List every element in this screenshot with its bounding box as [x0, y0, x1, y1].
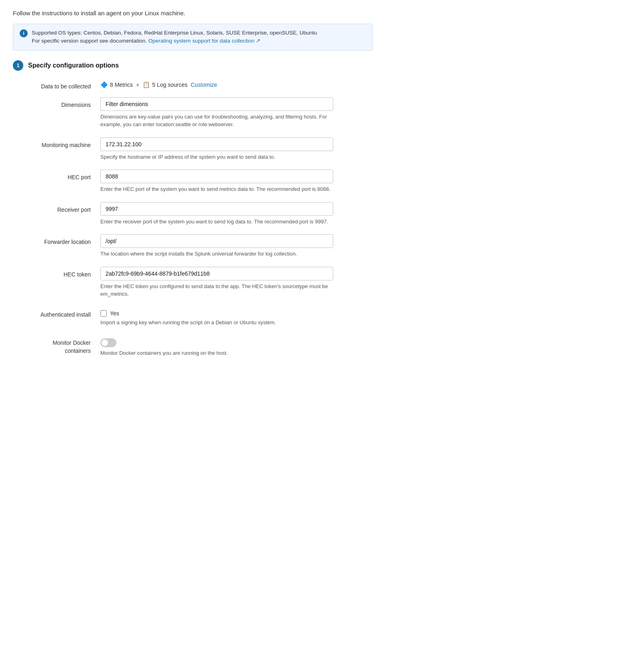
- dimensions-input[interactable]: [100, 97, 333, 111]
- monitoring-machine-input[interactable]: [100, 137, 333, 151]
- hec-port-label: HEC port: [28, 170, 100, 182]
- customize-link[interactable]: Customize: [191, 82, 217, 88]
- forwarder-location-hint: The location where the script installs t…: [100, 250, 333, 258]
- monitor-docker-hint: Monitor Docker containers you are runnin…: [100, 349, 333, 357]
- hec-token-label: HEC token: [28, 267, 100, 279]
- intro-text: Follow the instructions to install an ag…: [13, 10, 373, 16]
- authenticated-install-hint: Import a signing key when running the sc…: [100, 319, 333, 327]
- data-collected-field: 🔷 8 Metrics + 📋 5 Log sources Customize: [100, 79, 373, 97]
- metrics-icon: 🔷: [100, 81, 108, 88]
- forwarder-location-input[interactable]: [100, 234, 333, 248]
- dimensions-hint: Dimensions are key-value pairs you can u…: [100, 113, 333, 129]
- data-collected-label: Data to be collected: [28, 79, 100, 91]
- step-badge: 1: [13, 60, 23, 71]
- plus-separator: +: [136, 82, 139, 88]
- monitor-docker-label: Monitor Docker containers: [28, 335, 100, 355]
- dimensions-label: Dimensions: [28, 97, 100, 109]
- hec-port-field: Enter the HEC port of the system you wan…: [100, 170, 373, 202]
- authenticated-install-field: Yes Import a signing key when running th…: [100, 307, 373, 336]
- authenticated-install-checkbox[interactable]: [100, 310, 107, 317]
- receiver-port-label: Receiver port: [28, 202, 100, 214]
- metrics-text: 8 Metrics: [110, 82, 133, 88]
- receiver-port-field: Enter the receiver port of the system yo…: [100, 202, 373, 235]
- dimensions-field: Dimensions are key-value pairs you can u…: [100, 97, 373, 137]
- hec-port-hint: Enter the HEC port of the system you wan…: [100, 185, 333, 193]
- form-grid: Data to be collected 🔷 8 Metrics + 📋 5 L…: [28, 79, 373, 366]
- receiver-port-input[interactable]: [100, 202, 333, 216]
- authenticated-install-checkbox-row: Yes: [100, 307, 373, 317]
- forwarder-location-label: Forwarder location: [28, 234, 100, 246]
- hec-port-input[interactable]: [100, 170, 333, 183]
- monitor-docker-toggle[interactable]: [100, 338, 116, 347]
- monitoring-machine-label: Monitoring machine: [28, 137, 100, 149]
- hec-token-field: Enter the HEC token you configured to se…: [100, 267, 373, 307]
- forwarder-location-field: The location where the script installs t…: [100, 234, 373, 267]
- section-title: Specify configuration options: [28, 62, 119, 69]
- receiver-port-hint: Enter the receiver port of the system yo…: [100, 218, 333, 226]
- authenticated-install-checkbox-label: Yes: [110, 310, 119, 317]
- info-box: i Supported OS types: Centos, Debian, Fe…: [13, 24, 373, 51]
- metrics-badge: 🔷 8 Metrics: [100, 81, 133, 88]
- info-text: Supported OS types: Centos, Debian, Fedo…: [32, 30, 317, 36]
- data-collected-value: 🔷 8 Metrics + 📋 5 Log sources Customize: [100, 79, 373, 88]
- hec-token-hint: Enter the HEC token you configured to se…: [100, 282, 333, 298]
- logs-icon: 📋: [143, 81, 150, 88]
- info-subtext: For specific version support see documen…: [32, 38, 147, 44]
- section-header: 1 Specify configuration options: [13, 60, 373, 71]
- authenticated-install-label: Authenticated install: [28, 307, 100, 319]
- monitoring-machine-field: Specify the hostname or IP address of th…: [100, 137, 373, 170]
- monitor-docker-field: Monitor Docker containers you are runnin…: [100, 335, 373, 366]
- info-content: Supported OS types: Centos, Debian, Fedo…: [32, 29, 317, 45]
- hec-token-input[interactable]: [100, 267, 333, 280]
- monitoring-machine-hint: Specify the hostname or IP address of th…: [100, 153, 333, 161]
- logs-text: 5 Log sources: [152, 82, 187, 88]
- info-icon: i: [20, 29, 28, 37]
- os-support-link[interactable]: Operating system support for data collec…: [148, 38, 261, 44]
- toggle-slider: [100, 338, 116, 347]
- monitor-docker-toggle-wrapper: [100, 335, 373, 347]
- logs-badge: 📋 5 Log sources: [143, 81, 187, 88]
